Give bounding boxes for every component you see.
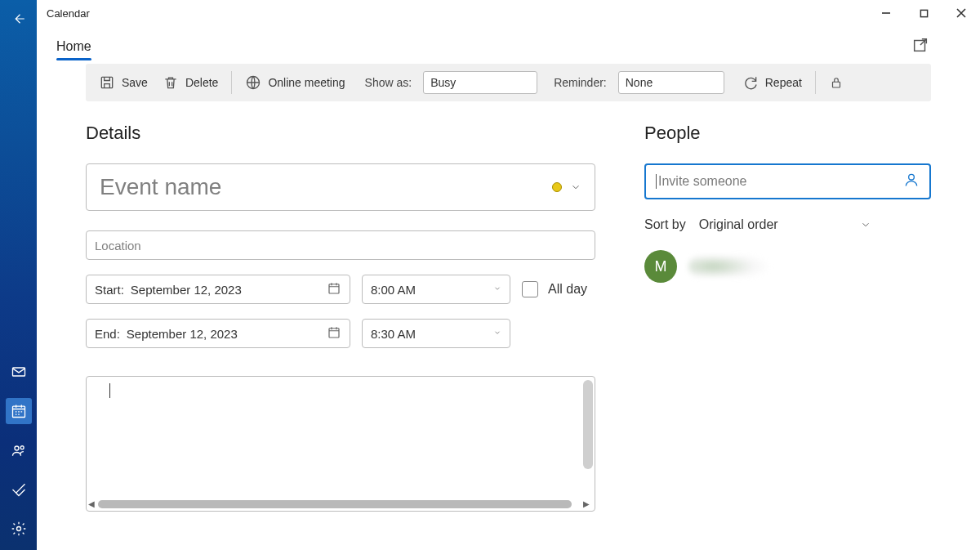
minimize-icon: [881, 8, 891, 18]
trash-icon: [163, 74, 179, 91]
end-label: End:: [95, 327, 120, 341]
title-bar: Calendar: [37, 0, 980, 26]
sort-by-label: Sort by: [644, 217, 686, 232]
nav-settings[interactable]: [6, 516, 32, 542]
avatar: M: [644, 250, 677, 283]
location-field[interactable]: [86, 230, 595, 260]
open-external-button[interactable]: [910, 34, 931, 56]
people-icon: [11, 442, 27, 458]
svg-rect-7: [101, 77, 112, 87]
lock-icon: [829, 75, 844, 90]
all-day-checkbox[interactable]: [522, 281, 538, 297]
repeat-icon: [742, 74, 759, 91]
vertical-scrollbar[interactable]: [583, 380, 593, 494]
nav-calendar[interactable]: [6, 398, 32, 424]
details-panel: Details Start: Septem: [86, 123, 595, 512]
horizontal-scrollbar[interactable]: ◀ ▶: [91, 500, 578, 508]
end-date-field[interactable]: End: September 12, 2023: [86, 319, 350, 348]
start-label: Start:: [95, 283, 124, 297]
nav-todo[interactable]: [6, 476, 32, 503]
chevron-down-icon: [860, 219, 871, 230]
svg-rect-10: [329, 284, 339, 293]
private-button[interactable]: [827, 72, 845, 93]
start-date-picker[interactable]: [327, 281, 341, 298]
all-day-label: All day: [548, 282, 587, 297]
chevron-down-icon: [493, 284, 501, 293]
chevron-down-icon: [570, 181, 581, 193]
delete-label: Delete: [185, 76, 218, 89]
save-label: Save: [122, 76, 148, 89]
close-icon: [956, 8, 966, 18]
start-date-field[interactable]: Start: September 12, 2023: [86, 275, 350, 304]
event-name-field[interactable]: [86, 163, 595, 211]
online-meeting-button[interactable]: Online meeting: [243, 71, 346, 94]
scroll-right-icon[interactable]: ▶: [583, 499, 590, 508]
svg-rect-9: [832, 82, 840, 87]
svg-rect-5: [920, 10, 927, 16]
calendar-icon: [11, 403, 27, 419]
reminder-combo[interactable]: None: [618, 71, 724, 94]
add-contact-button[interactable]: [903, 172, 920, 191]
globe-icon: [245, 74, 261, 91]
person-icon: [903, 172, 920, 188]
attendee-row[interactable]: M: [644, 250, 931, 283]
reminder-value: None: [626, 76, 653, 89]
scroll-left-icon[interactable]: ◀: [88, 499, 95, 508]
show-as-combo[interactable]: Busy: [423, 71, 537, 94]
show-as-value: Busy: [430, 76, 456, 89]
save-button[interactable]: Save: [97, 71, 149, 94]
details-heading: Details: [86, 123, 595, 144]
text-cursor: [109, 383, 110, 398]
window-maximize[interactable]: [905, 0, 942, 26]
sort-value: Original order: [699, 217, 778, 232]
tab-home[interactable]: Home: [51, 39, 96, 59]
svg-rect-11: [329, 328, 339, 337]
back-button[interactable]: [7, 7, 31, 31]
calendar-picker-button[interactable]: [570, 181, 581, 193]
start-time-field[interactable]: 8:00 AM: [362, 275, 510, 304]
online-meeting-label: Online meeting: [268, 76, 345, 89]
mail-icon: [11, 364, 27, 380]
end-time-dropdown[interactable]: [493, 329, 501, 338]
event-name-input[interactable]: [100, 174, 544, 200]
delete-button[interactable]: Delete: [161, 71, 220, 94]
nav-people[interactable]: [6, 437, 32, 463]
show-as-label: Show as:: [365, 76, 412, 89]
toolbar-divider: [231, 71, 232, 94]
arrow-left-icon: [11, 11, 26, 26]
calendar-icon: [327, 281, 341, 296]
start-time-dropdown[interactable]: [493, 284, 501, 294]
window-title: Calendar: [47, 7, 90, 20]
invite-input[interactable]: [658, 174, 903, 189]
end-date-picker[interactable]: [327, 325, 341, 342]
svg-point-3: [20, 446, 24, 449]
calendar-color-dot: [552, 182, 562, 192]
app-sidebar: [0, 0, 37, 550]
scrollbar-thumb[interactable]: [98, 500, 572, 508]
calendar-icon: [327, 325, 341, 340]
nav-mail[interactable]: [6, 359, 32, 385]
window-close[interactable]: [942, 0, 980, 26]
svg-rect-0: [12, 368, 24, 376]
chevron-down-icon: [493, 329, 501, 337]
svg-point-2: [15, 446, 19, 450]
maximize-icon: [920, 9, 929, 18]
start-time-value: 8:00 AM: [371, 283, 416, 297]
repeat-button[interactable]: Repeat: [741, 71, 804, 94]
window-minimize[interactable]: [867, 0, 905, 26]
event-toolbar: Save Delete Online meeting Show as: Busy…: [86, 64, 931, 101]
location-input[interactable]: [95, 239, 586, 253]
svg-point-12: [909, 174, 915, 180]
save-icon: [99, 74, 115, 91]
invite-field[interactable]: [644, 163, 931, 199]
text-cursor: [656, 174, 657, 189]
open-external-icon: [911, 36, 929, 54]
scrollbar-thumb[interactable]: [583, 380, 593, 469]
check-icon: [11, 481, 27, 498]
tab-row: Home: [37, 26, 980, 59]
start-date-value: September 12, 2023: [131, 283, 242, 297]
sort-dropdown[interactable]: Original order: [699, 217, 871, 232]
description-field[interactable]: ◀ ▶: [86, 376, 595, 512]
end-time-field[interactable]: 8:30 AM: [362, 319, 510, 348]
svg-point-4: [16, 527, 20, 531]
